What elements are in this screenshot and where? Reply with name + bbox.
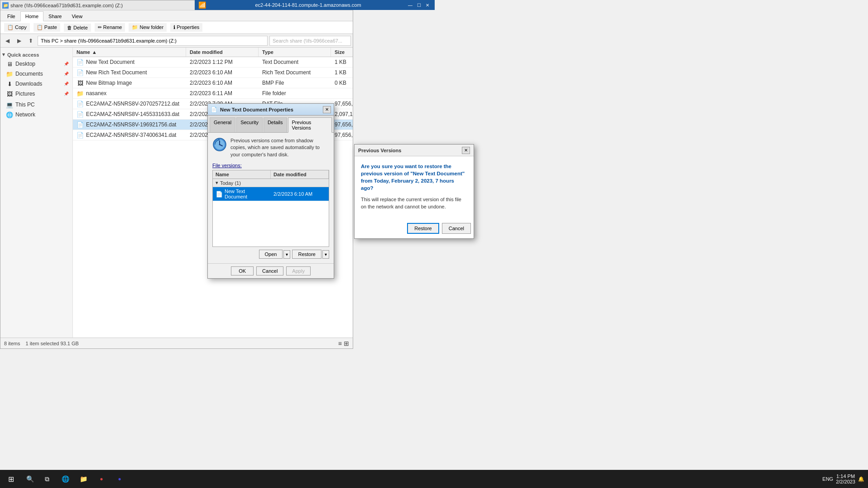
address-path[interactable]: This PC > share (\\fs-0966ceaa671b9d631.… bbox=[38, 36, 268, 46]
open-arrow-button[interactable]: ▾ bbox=[283, 250, 290, 259]
taskbar-notification-icon[interactable]: 🔔 bbox=[858, 476, 864, 482]
file-icon: 🖼 bbox=[77, 79, 84, 87]
topbar-maximize-button[interactable]: ☐ bbox=[415, 1, 422, 9]
sidebar-item-pictures[interactable]: 🖼 Pictures 📌 bbox=[0, 89, 72, 99]
sidebar-item-documents[interactable]: 📁 Documents 📌 bbox=[0, 69, 72, 79]
quick-access-section: ▾ Quick access 🖥 Desktop 📌 📁 Documents 📌… bbox=[0, 50, 72, 99]
tab-previous-versions[interactable]: Previous Versions bbox=[288, 117, 332, 133]
restore-button-group: Restore ▾ bbox=[292, 250, 329, 259]
ribbon-copy-button[interactable]: 📋 Copy bbox=[4, 23, 30, 32]
pictures-pin-icon: 📌 bbox=[64, 92, 69, 96]
status-bar: 8 items 1 item selected 93.1 GB ≡ ⊞ bbox=[0, 338, 353, 348]
start-button[interactable]: ⊞ bbox=[0, 470, 22, 488]
taskbar: ⊞ 🔍 ⧉ 🌐 📁 ● ● ENG 1:14 PM 2/2/2023 🔔 bbox=[0, 470, 868, 488]
file-row[interactable]: 📄New Text Document 2/2/2023 1:12 PM Text… bbox=[73, 57, 353, 68]
topbar-minimize-button[interactable]: — bbox=[407, 1, 414, 9]
ok-button[interactable]: OK bbox=[231, 266, 254, 275]
view-grid-icon[interactable]: ⊞ bbox=[344, 340, 349, 347]
taskbar-taskview-button[interactable]: ⧉ bbox=[38, 470, 56, 488]
file-icon: 📄 bbox=[77, 69, 84, 76]
confirm-note-text: This will replace the current version of… bbox=[361, 196, 467, 210]
sidebar-item-network[interactable]: 🌐 Network bbox=[0, 110, 72, 120]
versions-group-chevron: ▾ bbox=[216, 180, 218, 186]
desktop-pin-icon: 📌 bbox=[64, 62, 69, 66]
confirm-question-text: Are you sure you want to restore the pre… bbox=[361, 163, 467, 192]
restore-button[interactable]: Restore bbox=[292, 250, 321, 259]
versions-table-header: Name Date modified bbox=[213, 170, 329, 179]
explorer-window-icon: 📁 bbox=[2, 2, 9, 9]
search-box[interactable]: Search share (\\fs-0966cea67... bbox=[269, 36, 351, 46]
versions-group-today[interactable]: ▾ Today (1) bbox=[213, 179, 329, 187]
prev-versions-info-text: Previous versions come from shadow copie… bbox=[230, 137, 329, 158]
svg-point-4 bbox=[219, 144, 221, 145]
file-icon: 📄 bbox=[77, 58, 84, 66]
tab-details[interactable]: Details bbox=[264, 117, 287, 132]
taskbar-app2-button[interactable]: ● bbox=[110, 470, 129, 488]
file-row[interactable]: 🖼New Bitmap Image 2/2/2023 6:10 AM BMP F… bbox=[73, 78, 353, 88]
ribbon-newfolder-button[interactable]: 📁 New folder bbox=[129, 23, 167, 32]
sidebar-item-this-pc[interactable]: 💻 This PC bbox=[0, 100, 72, 110]
open-button[interactable]: Open bbox=[259, 250, 283, 259]
file-icon: 📄 bbox=[77, 121, 84, 128]
quick-access-header[interactable]: ▾ Quick access bbox=[0, 50, 72, 59]
col-header-modified[interactable]: Date modified bbox=[186, 48, 259, 57]
properties-dialog-close-button[interactable]: ✕ bbox=[323, 106, 331, 113]
ribbon-delete-button[interactable]: 🗑 Delete bbox=[64, 24, 91, 32]
address-path-text: This PC > share (\\fs-0966ceaa671b9d631.… bbox=[41, 38, 177, 43]
taskbar-search-button[interactable]: 🔍 bbox=[22, 470, 38, 488]
sidebar-item-downloads[interactable]: ⬇ Downloads 📌 bbox=[0, 79, 72, 89]
ribbon-paste-button[interactable]: 📋 Paste bbox=[34, 23, 60, 32]
ribbon-rename-button[interactable]: ✏ Rename bbox=[95, 23, 125, 32]
versions-row-selected[interactable]: 📄 New Text Document 2/2/2023 6:10 AM bbox=[213, 187, 329, 201]
col-header-name[interactable]: Name ▲ bbox=[73, 48, 186, 57]
versions-col-name[interactable]: Name bbox=[213, 170, 271, 179]
up-button[interactable]: ⬆ bbox=[26, 36, 36, 46]
confirm-cancel-button[interactable]: Cancel bbox=[442, 223, 471, 234]
properties-dialog-tabs: General Security Details Previous Versio… bbox=[208, 116, 334, 133]
versions-col-modified[interactable]: Date modified bbox=[271, 170, 329, 179]
col-header-type[interactable]: Type bbox=[259, 48, 331, 57]
file-modified-cell: 2/2/2023 6:11 AM bbox=[186, 88, 259, 98]
file-size-cell: 1 KB bbox=[331, 57, 353, 67]
col-header-size[interactable]: Size bbox=[331, 48, 353, 57]
folder-icon: 📁 bbox=[77, 90, 84, 97]
confirm-close-button[interactable]: ✕ bbox=[462, 147, 470, 154]
tab-view[interactable]: View bbox=[67, 11, 87, 21]
back-button[interactable]: ◀ bbox=[2, 36, 12, 46]
tab-home[interactable]: Home bbox=[20, 11, 43, 21]
properties-dialog-body: Previous versions come from shadow copie… bbox=[208, 133, 334, 263]
sidebar-item-desktop[interactable]: 🖥 Desktop 📌 bbox=[0, 59, 72, 69]
documents-pin-icon: 📌 bbox=[64, 72, 69, 76]
topbar-close-button[interactable]: ✕ bbox=[424, 1, 431, 9]
taskbar-ie-button[interactable]: 🌐 bbox=[56, 470, 74, 488]
file-name-cell: 📄EC2AMAZ-N5NRS8V-374006341.dat bbox=[73, 130, 186, 140]
taskbar-app1-button[interactable]: ● bbox=[92, 470, 110, 488]
downloads-icon: ⬇ bbox=[6, 80, 13, 87]
tab-security[interactable]: Security bbox=[236, 117, 263, 132]
file-modified-cell: 2/2/2023 1:12 PM bbox=[186, 57, 259, 67]
sidebar-item-this-pc-label: This PC bbox=[15, 101, 35, 108]
quick-access-chevron: ▾ bbox=[2, 52, 5, 58]
forward-button[interactable]: ▶ bbox=[14, 36, 24, 46]
cancel-button[interactable]: Cancel bbox=[256, 266, 283, 275]
file-row[interactable]: 📁nasanex 2/2/2023 6:11 AM File folder bbox=[73, 88, 353, 99]
address-bar: ◀ ▶ ⬆ This PC > share (\\fs-0966ceaa671b… bbox=[0, 34, 353, 48]
ribbon-properties-button[interactable]: ℹ Properties bbox=[170, 23, 202, 32]
file-type-cell: Rich Text Document bbox=[259, 68, 331, 77]
view-list-icon[interactable]: ≡ bbox=[338, 340, 342, 347]
top-notification-bar: 📶 ec2-44-204-114-81.compute-1.amazonaws.… bbox=[195, 0, 435, 10]
top-bar-title: ec2-44-204-114-81.compute-1.amazonaws.co… bbox=[210, 2, 407, 8]
apply-button[interactable]: Apply bbox=[286, 266, 311, 275]
taskbar-time-text: 1:14 PM bbox=[836, 474, 855, 479]
confirm-restore-button[interactable]: Restore bbox=[407, 223, 439, 234]
signal-icon: 📶 bbox=[198, 1, 206, 9]
tab-general[interactable]: General bbox=[210, 117, 235, 132]
taskbar-right: ENG 1:14 PM 2/2/2023 🔔 bbox=[822, 474, 868, 484]
tab-file[interactable]: File bbox=[2, 11, 20, 21]
file-row[interactable]: 📄New Rich Text Document 2/2/2023 6:10 AM… bbox=[73, 68, 353, 78]
taskbar-explorer-button[interactable]: 📁 bbox=[74, 470, 92, 488]
tab-share[interactable]: Share bbox=[43, 11, 67, 21]
restore-arrow-button[interactable]: ▾ bbox=[322, 250, 329, 259]
file-size-cell bbox=[331, 88, 353, 98]
this-pc-icon: 💻 bbox=[6, 101, 13, 108]
